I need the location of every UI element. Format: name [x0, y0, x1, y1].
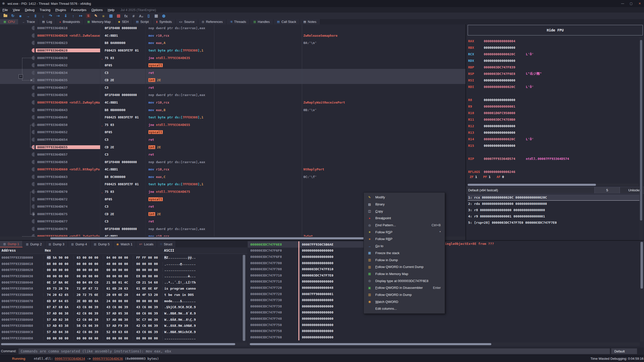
hex-row-00007FF9335B0060[interactable]: 00007FF9335B006074 20 62 6520 72 75 6E20… — [0, 292, 242, 298]
status-to-address-link[interactable]: 00007FF93364D636 — [93, 357, 123, 360]
argument-row-3[interactable]: 3: r8 0000000000000000 0000000000000000 — [468, 207, 642, 213]
pause-icon[interactable]: ‖ — [32, 13, 39, 19]
tab-symbols[interactable]: ▮Symbols — [152, 19, 176, 24]
stack-hscrollbar[interactable] — [248, 342, 640, 346]
menu-item-breakpoint[interactable]: ●Breakpoint — [364, 215, 445, 222]
register-row-RBP[interactable]: RBP0000003DC747F839 — [468, 64, 639, 70]
hex-row-00007FF9335B0070[interactable]: 00007FF9335B00706D 6F 64 652E 0D 0D 0A24… — [0, 298, 242, 304]
breakpoint-bullet[interactable] — [32, 136, 36, 144]
menu-item-edit-columns[interactable]: Edit columns... — [364, 305, 445, 312]
menu-favourites[interactable]: Favourites — [69, 8, 89, 12]
register-value[interactable]: 000000000000020C — [484, 52, 515, 56]
breakpoint-bullet[interactable] — [32, 203, 36, 210]
breakpoint-bullet[interactable] — [32, 69, 36, 76]
annotate-icon[interactable]: A₂ — [137, 13, 145, 19]
step-out-down-icon[interactable]: ⇓ — [62, 13, 69, 19]
patch-icon[interactable]: ✎ — [92, 13, 100, 19]
register-row-RFLAGS[interactable]: RFLAGS0000000000000246 — [468, 168, 639, 175]
breakpoint-bullet[interactable] — [32, 114, 36, 121]
breakpoint-bullet[interactable] — [32, 47, 36, 54]
open-file-icon[interactable] — [2, 13, 9, 19]
dump-hscrollbar[interactable] — [0, 342, 247, 346]
register-value[interactable]: 0000003DC747F6E8 — [484, 72, 515, 76]
disasm-row-00007FF93364D635[interactable]: 00007FF93364D635CD 2Eint 2E — [0, 76, 465, 84]
tab-locals[interactable]: x=Locals — [136, 241, 157, 247]
register-value[interactable]: 0000000000000000 — [484, 144, 515, 148]
hex-row-00007FF9335B0030[interactable]: 00007FF9335B003000 00 00 0000 00 00 0000… — [0, 273, 242, 279]
register-row-R10[interactable]: R10000001D6FC950000 — [468, 110, 639, 116]
menu-item-follow-in-dump[interactable]: ▥Follow in Dump — [364, 256, 445, 263]
breakpoint-bullet[interactable] — [32, 195, 36, 203]
hex-row-00007FF9335B0010[interactable]: 00007FF9335B0010B8 00 00 0000 00 00 0040… — [0, 261, 242, 267]
run-icon[interactable]: → — [24, 13, 32, 19]
menu-plugins[interactable]: Plugins — [53, 8, 69, 12]
tab-dump-1[interactable]: ▥Dump 1 — [0, 241, 23, 247]
disasm-row-00007FF93364D657[interactable]: 00007FF93364D657C3ret — [0, 151, 465, 158]
register-value[interactable]: 0000000000000000 — [484, 46, 515, 50]
menu-item-follow-memory-map[interactable]: ▦Follow in Memory Map — [364, 270, 445, 278]
hex-row-00007FF9335B00C0[interactable]: 00007FF9335B00C057 AD 04 3842 C6 06 3952… — [0, 329, 242, 335]
trace-over-icon[interactable]: ▨ — [115, 13, 122, 19]
menu-item-watch-qword[interactable]: ◉Watch QWORD — [364, 298, 445, 305]
calculator-icon[interactable]: ▦ — [152, 13, 160, 19]
argument-row-5[interactable]: 5: [rsp+28] 0000003DC747F7E0 0000003DC74… — [468, 219, 642, 226]
flag-ZF[interactable]: ZF1 — [470, 175, 477, 179]
disasm-row-00007FF93364D668[interactable]: 00007FF93364D668F60425 0803FE7F 01test b… — [0, 180, 465, 188]
tab-dump-3[interactable]: ▥Dump 3 — [45, 241, 68, 247]
tab-watch-1[interactable]: ◉Watch 1 — [113, 241, 136, 247]
register-value[interactable]: 00007FF93364D574 — [484, 157, 515, 161]
register-row-R9[interactable]: R90000000000000001 — [468, 103, 639, 110]
breakpoint-bullet[interactable] — [32, 91, 36, 99]
argument-row-1[interactable]: 1: rcx 000000000000020C 000000000000020C — [468, 194, 642, 201]
argument-row-2[interactable]: 2: rdx 0000000000000000 0000000000000000 — [468, 201, 642, 207]
disasm-row-00007FF93364D634[interactable]: 00007FF93364D634C3ret — [0, 69, 465, 76]
expression-icon[interactable]: fx — [122, 13, 130, 19]
register-value[interactable]: 000000000000020C — [484, 137, 515, 141]
stack-row-0000003DC747F760[interactable]: 0000003DC747F7600000000000000000 — [248, 334, 635, 340]
menu-item-freeze-stack[interactable]: ▦Freeze the stack — [364, 250, 445, 257]
breakpoint-bullet[interactable] — [32, 180, 36, 188]
menu-item-follow-qword-dump[interactable]: ▥Follow QWORD in Dump — [364, 291, 445, 298]
register-row-RBX[interactable]: RBX0000000000000000 — [468, 44, 639, 51]
menu-item-copy[interactable]: ◫Copy — [364, 208, 445, 215]
disasm-row-00007FF93364D630[interactable]: 00007FF93364D630▾75 03jne ntdll.7FF93364… — [0, 54, 465, 62]
breakpoint-bullet[interactable] — [32, 158, 36, 166]
register-row-RAX[interactable]: RAX0000000000000004 — [468, 38, 639, 44]
register-row-R8[interactable]: R80000000000000000 — [468, 97, 639, 103]
stack-row-0000003DC747F750[interactable]: 0000003DC747F7500000000000000000 — [248, 322, 635, 328]
disasm-row-00007FF93364D643[interactable]: 00007FF93364D643B8 0B000000mov eax,B0B:'… — [0, 106, 465, 114]
disasm-row-00007FF93364D663[interactable]: 00007FF93364D663B8 0C000000mov eax,C0C:'… — [0, 173, 465, 181]
breakpoint-bullet[interactable] — [32, 106, 36, 114]
stack-row-0000003DC747F758[interactable]: 0000003DC747F7580000000000000000 — [248, 328, 635, 334]
menu-help[interactable]: Help — [105, 8, 117, 12]
argument-depth-spinner[interactable]: 5 — [594, 187, 620, 193]
hex-row-00007FF9335B00B0[interactable]: 00007FF9335B00B057 AD 03 3858 C6 06 3957… — [0, 323, 242, 329]
menu-tracing[interactable]: Tracing — [37, 8, 53, 12]
argument-row-4[interactable]: 4: r9 0000000000000001 0000000000000001 — [468, 213, 642, 219]
tab-struct[interactable]: ∷Struct — [157, 241, 176, 247]
stack-row-0000003DC747F748[interactable]: 0000003DC747F7480000000000000000 — [248, 315, 635, 322]
register-row-R14[interactable]: R14000000000000020CL'Ȍ' — [468, 136, 639, 142]
disasm-row-00007FF93364D637[interactable]: 00007FF93364D637C3ret — [0, 84, 465, 92]
disasm-row-00007FF93364D638[interactable]: 00007FF93364D6380F1F8400 00000000nop dwo… — [0, 91, 465, 99]
register-value[interactable]: 0000000000000001 — [484, 105, 515, 108]
menu-item-follow-rsp[interactable]: ∗Follow RSP* — [364, 229, 445, 236]
disasm-row-00007FF93364D648[interactable]: 00007FF93364D648F60425 0803FE7F 01test b… — [0, 114, 465, 121]
hex-row-00007FF9335B0080[interactable]: 00007FF9335B008007 A7 68 6A43 C6 06 3943… — [0, 304, 242, 310]
menu-item-binary[interactable]: ▤Binary — [364, 201, 445, 208]
tab-cpu[interactable]: ▦CPU — [0, 19, 19, 24]
disasm-row-00007FF93364D652[interactable]: 00007FF93364D6520F05syscall — [0, 128, 465, 136]
column-separator[interactable] — [214, 24, 214, 237]
registers-vscrollbar[interactable] — [639, 37, 643, 240]
register-value[interactable]: 0000000000000246 — [484, 170, 515, 174]
registers-hscrollbar[interactable] — [468, 184, 639, 186]
breakpoint-bullet[interactable] — [32, 84, 36, 92]
disasm-row-00007FF93364D618[interactable]: 00007FF93364D6180F1F8400 00000000nop dwo… — [0, 24, 465, 32]
register-row-RCX[interactable]: RCX000000000000020CL'Ȍ' — [468, 51, 639, 57]
breakpoint-bullet[interactable] — [32, 128, 36, 136]
syscall-log-icon[interactable]: S — [86, 14, 91, 18]
tab-breakpoints[interactable]: ●Breakpoints — [56, 19, 84, 24]
breakpoint-bullet[interactable] — [32, 24, 36, 32]
disasm-row-00007FF93364D660[interactable]: 00007FF93364D660 <ntdll.NtReplyPort4C:8B… — [0, 166, 465, 173]
menu-view[interactable]: View — [10, 8, 22, 12]
